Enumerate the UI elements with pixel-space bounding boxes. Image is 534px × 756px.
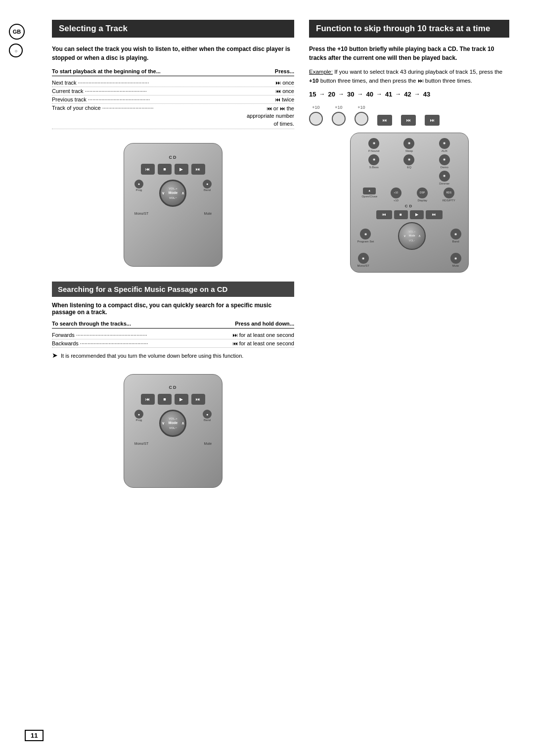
arrow3: →: [357, 91, 363, 97]
rds-col: RDS RDS/PTY: [437, 188, 461, 202]
openclose-col: ▲ Open/Close: [357, 188, 382, 202]
eq-btn: ◉: [403, 154, 414, 165]
remote-bottom-labels: Mono/ST Mute: [134, 212, 212, 215]
remote-image-bottom-left: CD ⏮ ■ ▶ ⏭ ● Prog: [124, 374, 222, 488]
band-right-col: ◉ Band: [450, 229, 461, 243]
demo-col: ◉ Demo: [428, 154, 461, 169]
example-text: Example: If you want to select track 43 …: [309, 67, 509, 86]
plus10-col: +10 +10: [384, 188, 408, 202]
seq-43: 43: [423, 91, 430, 98]
arrow1: →: [319, 91, 325, 97]
table-col1-header: To start playback at the beginning of th…: [52, 68, 161, 74]
table-row: Next track ·····························…: [52, 79, 294, 87]
psound-col: ◉ P.Sound: [357, 138, 391, 152]
seq-40: 40: [366, 91, 373, 98]
mute-label: Mute: [452, 264, 459, 267]
row-label: Forwards ·······························…: [52, 332, 230, 338]
program-right-label: Program Set: [357, 240, 374, 243]
band-btn2: ●: [203, 410, 212, 419]
search-col2-header: Press and hold down...: [235, 321, 294, 327]
plus10-circle-2: [332, 112, 346, 126]
search-section-title: Searching for a Specific Music Passage o…: [58, 285, 227, 293]
plus10-row: +10 +10 +10 ⏭ ⏭ ⏭: [309, 105, 509, 126]
plus10-remote-label: +10: [394, 199, 399, 202]
skip-function-title: Function to skip through 10 tracks at a …: [316, 24, 490, 34]
psound-btn: ◉: [368, 138, 379, 149]
row-label: Previous track ·························…: [52, 96, 230, 102]
rds-btn: RDS: [444, 188, 454, 198]
row-label: Next track ·····························…: [52, 80, 230, 86]
table-row: Current track ··························…: [52, 87, 294, 95]
eq-label: EQ: [407, 166, 411, 169]
remote-top-grid: ◉ P.Sound ◉ Sleep ◉ AUX ◉: [357, 138, 461, 185]
seq-42: 42: [404, 91, 411, 98]
stop-right: ■: [394, 210, 408, 219]
row-label: Backwards ······························…: [52, 340, 230, 346]
prev-btn: ⏮: [141, 164, 155, 175]
stop-btn2: ■: [158, 394, 172, 405]
rds-label: RDS/PTY: [443, 199, 455, 202]
play-btn: ▶: [175, 164, 188, 175]
left-column: Selecting a Track You can select the tra…: [52, 20, 294, 495]
plus10-circle-1: [309, 112, 323, 126]
skip-btn-item-3: ⏭: [425, 115, 440, 126]
table-row: Forwards ·······························…: [52, 331, 294, 339]
remote-image-right: ◉ P.Sound ◉ Sleep ◉ AUX ◉: [350, 133, 469, 273]
eq-col: ◉ EQ: [393, 154, 426, 169]
selecting-track-header: Selecting a Track: [52, 20, 294, 38]
plus10-circle-3: [355, 112, 368, 126]
sleep-btn: ◉: [403, 138, 414, 149]
remote-cd-label: CD: [169, 155, 177, 160]
arrow5: →: [395, 91, 401, 97]
example-label: Example:: [309, 69, 333, 75]
search-intro: When listening to a compact disc, you ca…: [52, 302, 294, 316]
row-value: ⏭ once: [230, 80, 294, 86]
row-value: ⏮ or ⏭ theappropriate numberof times.: [230, 105, 294, 128]
volume-knob: VOL.+ ∨Mode∧ VOL−: [159, 180, 186, 207]
remote-image-left: CD ⏮ ■ ▶ ⏭ ● Prog: [124, 143, 222, 267]
row-value: ⏮ for at least one second: [230, 340, 294, 346]
remote-side-row: ● Prog VOL.+ ∨Mode∧ VOL−: [134, 180, 212, 207]
row-value: ⏭ for at least one second: [230, 332, 294, 338]
plus10-item-3: +10: [355, 105, 368, 126]
program-btn: ●: [134, 180, 143, 189]
table-row: Track of your choice ···················…: [52, 104, 294, 129]
note-content: It is recommended that you turn the volu…: [61, 352, 243, 360]
cd-disc-icon: ◎: [9, 44, 23, 57]
gb-badge: GB: [9, 24, 25, 40]
plus10-label-2: +10: [335, 105, 342, 110]
row-label: Current track ··························…: [52, 88, 230, 94]
vol-knob-right: VOL.+ ∨Mode∧ VOL−: [398, 222, 426, 250]
openclose-btn: ▲: [363, 188, 376, 194]
plus10-item-1: +10: [309, 105, 323, 126]
mute-col: ◉ Mute: [450, 253, 461, 267]
program-right-btn: ◉: [360, 229, 371, 239]
table-row: Backwards ······························…: [52, 339, 294, 348]
row-value: ⏮ once: [230, 88, 294, 94]
arrow6: →: [414, 91, 420, 97]
mute-btn: ◉: [450, 253, 461, 264]
search-note: ➤ It is recommended that you turn the vo…: [52, 352, 294, 360]
aux-label: AUX: [442, 149, 447, 152]
demo-label: Demo: [441, 166, 448, 169]
monost-col: ◉ Mono/ST: [357, 253, 369, 267]
skip-function-intro: Press the +10 button briefly while playi…: [309, 45, 509, 62]
band-btn: ●: [203, 180, 212, 189]
next-btn2: ⏭: [191, 394, 205, 405]
page-number: 11: [25, 730, 44, 741]
table-row: Previous track ·························…: [52, 95, 294, 104]
plus10-item-2: +10: [332, 105, 346, 126]
skip-forward-btn-2: ⏭: [401, 115, 416, 126]
remote-bottom-row-right: ◉ Mono/ST ◉ Mute: [357, 253, 461, 267]
display-label: Display: [417, 199, 427, 202]
sbass-col: ◉ S.Bass: [357, 154, 391, 169]
gb-label: GB: [13, 29, 21, 35]
sbass-label: S.Bass: [369, 166, 379, 169]
remote-bottom-labels2: Mono/ST Mute: [134, 442, 212, 445]
monost-label: Mono/ST: [357, 264, 369, 267]
band-right-label: Band: [452, 240, 459, 243]
aux-col: ◉ AUX: [428, 138, 461, 152]
program-right-col: ◉ Program Set: [357, 229, 374, 243]
search-section-header: Searching for a Specific Music Passage o…: [52, 282, 294, 297]
stop-btn: ■: [158, 164, 172, 175]
